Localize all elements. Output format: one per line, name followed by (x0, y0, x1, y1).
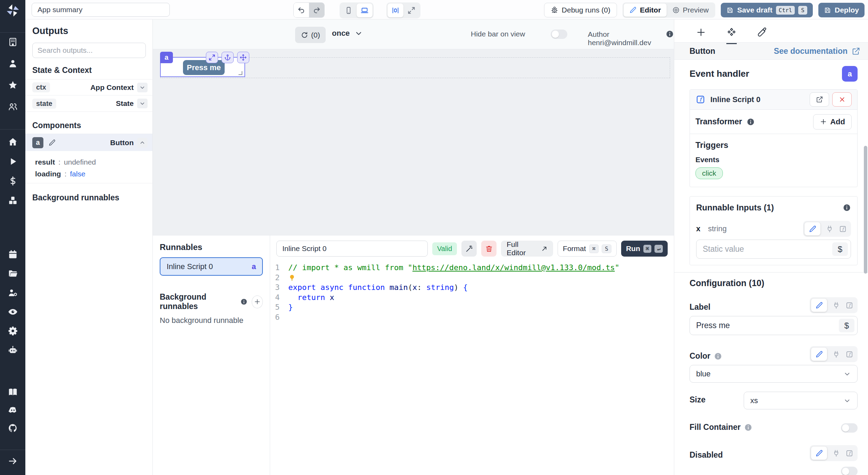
redo-button[interactable] (309, 3, 324, 17)
deploy-button[interactable]: Deploy (818, 3, 865, 17)
ai-wand-button[interactable] (461, 241, 477, 257)
color-select[interactable]: blue (690, 365, 858, 383)
mobile-view-button[interactable] (341, 3, 357, 17)
eye-icon[interactable] (7, 306, 19, 318)
kbd-ctrl: Ctrl (776, 6, 795, 15)
debug-runs-button[interactable]: Debug runs (0) (544, 3, 617, 17)
remove-script-button[interactable] (832, 92, 852, 107)
play-icon[interactable] (7, 156, 19, 167)
expand-component-button[interactable] (206, 52, 218, 63)
dollar-icon[interactable] (7, 175, 19, 187)
info-icon[interactable] (744, 423, 752, 432)
static-mode-button[interactable] (804, 222, 820, 235)
fullscreen-button[interactable] (403, 3, 419, 17)
template-dollar-button[interactable]: $ (832, 242, 848, 256)
info-icon[interactable] (843, 203, 851, 212)
press-me-button[interactable]: Press me (183, 60, 225, 75)
tab-styling[interactable] (757, 27, 767, 43)
building-icon[interactable] (7, 36, 19, 48)
component-row-a[interactable]: a Button (25, 134, 152, 151)
state-key-badge: state (32, 99, 56, 109)
arrow-right-icon[interactable] (7, 455, 19, 467)
fill-container-toggle[interactable] (841, 423, 858, 433)
info-icon[interactable] (666, 30, 674, 38)
github-icon[interactable] (7, 422, 19, 434)
inline-script-row[interactable]: f Inline Script 0 (690, 90, 857, 110)
book-icon[interactable] (7, 386, 19, 398)
chevron-down-icon[interactable] (137, 99, 148, 108)
editor-tab[interactable]: Editor (624, 3, 667, 17)
calendar-icon[interactable] (7, 249, 19, 260)
anchor-component-button[interactable] (222, 52, 234, 63)
move-component-button[interactable] (237, 52, 249, 63)
discord-icon[interactable] (7, 404, 19, 416)
add-background-runnable-button[interactable] (252, 295, 263, 308)
hide-bar-toggle[interactable] (551, 30, 567, 39)
template-dollar-button[interactable]: $ (839, 319, 854, 332)
info-icon[interactable] (240, 298, 248, 306)
center-align-button[interactable] (387, 3, 403, 17)
full-editor-button[interactable]: Full Editor (501, 241, 553, 257)
windmill-logo-icon[interactable] (6, 3, 20, 17)
gear-icon[interactable] (7, 325, 19, 337)
disabled-toggle[interactable] (841, 467, 858, 475)
label-value-input[interactable] (690, 316, 858, 335)
scrollbar-thumb[interactable] (864, 146, 867, 274)
folder-icon[interactable] (7, 268, 19, 280)
undo-button[interactable] (294, 3, 309, 17)
static-mode-button[interactable] (811, 299, 827, 312)
star-icon[interactable] (7, 79, 19, 91)
resize-handle[interactable] (239, 71, 242, 75)
info-icon[interactable] (714, 352, 722, 360)
connect-mode-button[interactable] (832, 449, 840, 457)
static-mode-button[interactable] (811, 348, 827, 361)
component-type-label: Button (110, 139, 134, 147)
runnable-item-inline-script-0[interactable]: Inline Script 0 a (160, 257, 263, 276)
home-icon[interactable] (7, 136, 19, 148)
robot-icon[interactable] (7, 344, 19, 356)
user-icon[interactable] (7, 58, 19, 69)
search-outputs-input[interactable] (32, 43, 146, 58)
script-name-input[interactable] (276, 241, 428, 257)
color-config-group: Color f blue (690, 346, 858, 383)
app-summary-input[interactable] (32, 3, 170, 17)
desktop-view-button[interactable] (357, 3, 373, 17)
chevron-down-icon[interactable] (137, 83, 148, 92)
selected-button-component[interactable]: a Press me (160, 57, 245, 77)
output-row-ctx[interactable]: ctx App Context (25, 79, 152, 95)
run-button[interactable]: Run ⌘ ↵ (621, 241, 668, 257)
preview-tab[interactable]: Preview (667, 3, 715, 17)
recompute-policy-dropdown[interactable]: once (332, 29, 363, 38)
user-gear-icon[interactable] (7, 287, 19, 299)
output-row-state[interactable]: state State (25, 95, 152, 112)
add-transformer-button[interactable]: Add (813, 114, 852, 130)
size-select[interactable]: xs (744, 392, 858, 409)
user-group-icon[interactable] (7, 101, 19, 112)
code-line: // import * as wmill from "https://deno.… (288, 263, 619, 273)
format-button[interactable]: Format ⌘ S (558, 241, 617, 257)
info-icon[interactable] (746, 118, 755, 126)
save-draft-button[interactable]: Save draft Ctrl S (721, 3, 813, 17)
eval-mode-button[interactable]: f (845, 350, 853, 358)
eval-mode-button[interactable]: f (839, 225, 847, 233)
open-script-button[interactable] (810, 92, 829, 107)
connect-mode-button[interactable] (832, 301, 840, 309)
app-canvas[interactable]: (0) once Hide bar on view Author henri@w… (153, 19, 674, 235)
delete-script-button[interactable] (481, 241, 496, 257)
right-panel-tabs (674, 19, 868, 42)
boxes-icon[interactable] (7, 194, 19, 206)
static-mode-button[interactable] (811, 447, 827, 460)
eval-mode-button[interactable]: f (845, 301, 853, 309)
connect-mode-button[interactable] (826, 225, 834, 233)
code-editor[interactable]: 123456 // import * as wmill from "https:… (270, 260, 674, 322)
refresh-button[interactable]: (0) (295, 27, 326, 43)
static-value-input[interactable] (696, 240, 851, 259)
rename-component-icon[interactable] (48, 139, 56, 147)
connect-mode-button[interactable] (832, 350, 840, 358)
chevron-up-icon[interactable] (137, 138, 148, 148)
tab-insert-component[interactable] (696, 27, 706, 43)
see-documentation-link[interactable]: See documentation (774, 47, 860, 56)
eval-mode-button[interactable]: f (845, 449, 853, 457)
ctx-key-badge: ctx (32, 82, 50, 92)
tab-component-settings[interactable] (726, 27, 737, 44)
